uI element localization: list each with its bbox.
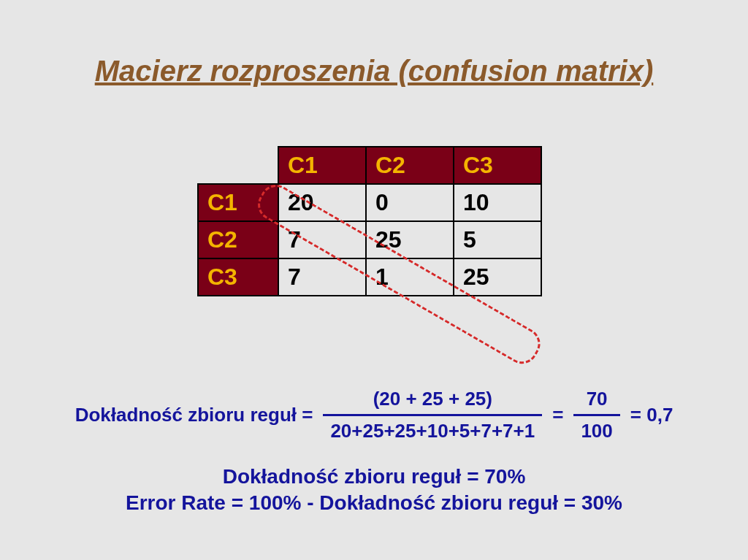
- error-rate-line: Error Rate = 100% - Dokładność zbioru re…: [0, 490, 748, 516]
- confusion-matrix-table: C1 C2 C3 C1 20 0 10 C2 7 25 5 C3 7 1 25: [197, 146, 542, 296]
- fraction-2: 70 100: [573, 387, 619, 442]
- denominator: 100: [573, 414, 619, 443]
- col-header: C1: [278, 147, 366, 184]
- row-header: C2: [198, 221, 278, 258]
- row-header: C3: [198, 258, 278, 296]
- equals: =: [552, 404, 563, 426]
- accuracy-formula: Dokładność zbioru reguł = (20 + 25 + 25)…: [0, 387, 748, 442]
- denominator: 20+25+25+10+5+7+7+1: [323, 414, 542, 443]
- cell: 7: [278, 258, 366, 296]
- cell: 20: [278, 184, 366, 221]
- cell: 1: [366, 258, 454, 296]
- col-header: C3: [454, 147, 541, 184]
- numerator: 70: [579, 387, 615, 414]
- cell: 7: [278, 221, 366, 258]
- cell: 25: [366, 221, 454, 258]
- conclusion-block: Dokładność zbioru reguł = 70% Error Rate…: [0, 464, 748, 517]
- result: = 0,7: [630, 404, 673, 426]
- accuracy-percent-line: Dokładność zbioru reguł = 70%: [0, 464, 748, 490]
- formula-label: Dokładność zbioru reguł =: [75, 404, 313, 426]
- numerator: (20 + 25 + 25): [366, 387, 500, 414]
- slide-title: Macierz rozproszenia (confusion matrix): [0, 55, 748, 88]
- fraction-1: (20 + 25 + 25) 20+25+25+10+5+7+7+1: [323, 387, 542, 442]
- cell: 5: [454, 221, 541, 258]
- cell: 10: [454, 184, 541, 221]
- row-header: C1: [198, 184, 278, 221]
- col-header: C2: [366, 147, 454, 184]
- cell: 0: [366, 184, 454, 221]
- table-corner: [198, 147, 278, 184]
- cell: 25: [454, 258, 541, 296]
